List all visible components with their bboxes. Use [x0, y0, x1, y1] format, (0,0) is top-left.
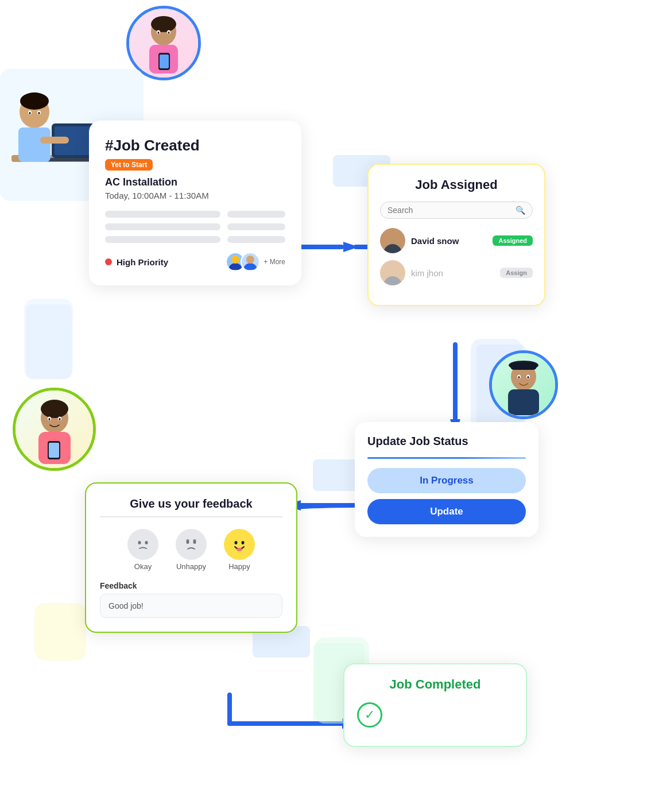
svg-point-69 — [181, 535, 201, 554]
svg-point-46 — [48, 418, 50, 420]
feedback-divider — [100, 516, 282, 517]
svg-point-54 — [518, 376, 520, 378]
svg-point-37 — [29, 112, 31, 114]
skeleton-row-1 — [105, 211, 285, 218]
badge-assign-kim: Assign — [500, 268, 533, 278]
assignee-name-kim: kim jhon — [411, 268, 494, 278]
job-assigned-title: Job Assigned — [380, 177, 533, 192]
svg-point-68 — [145, 541, 148, 544]
svg-point-38 — [38, 112, 40, 114]
skeleton-long-1 — [105, 211, 220, 218]
feedback-input[interactable] — [100, 594, 282, 618]
feedback-title: Give us your feedback — [100, 497, 282, 511]
svg-point-59 — [246, 256, 254, 264]
feedback-card: Give us your feedback Okay — [85, 482, 297, 633]
update-status-title: Update Job Status — [367, 435, 526, 448]
status-divider — [367, 457, 526, 459]
emoji-happy[interactable]: Happy — [224, 529, 255, 571]
avatar-group: + More — [226, 252, 285, 272]
priority-label: High Priority — [117, 257, 168, 267]
badge-assigned-david: Assigned — [493, 235, 533, 246]
unhappy-label: Unhappy — [176, 562, 206, 571]
search-box[interactable]: 🔍 — [380, 202, 533, 219]
badge-yet-to-start: Yet to Start — [105, 159, 153, 171]
skeleton-long-2 — [105, 223, 220, 230]
search-input[interactable] — [387, 206, 516, 215]
svg-rect-65 — [387, 273, 398, 276]
svg-rect-50 — [510, 363, 537, 370]
job-created-card: #Job Created Yet to Start AC Installatio… — [89, 121, 301, 285]
happy-label: Happy — [228, 562, 250, 571]
check-circle: ✓ — [357, 702, 382, 728]
svg-point-67 — [138, 541, 141, 544]
svg-point-64 — [387, 262, 398, 274]
svg-point-61 — [387, 230, 398, 242]
svg-point-75 — [237, 548, 242, 551]
avatar-david — [380, 228, 405, 253]
emoji-okay[interactable]: Okay — [127, 529, 158, 571]
job-created-title: #Job Created — [105, 137, 285, 154]
assignee-row-david: David snow Assigned — [380, 228, 533, 253]
okay-label: Okay — [134, 562, 152, 571]
svg-rect-21 — [160, 55, 169, 68]
assignee-name-david: David snow — [411, 236, 487, 246]
job-assigned-card: Job Assigned 🔍 David snow Assigned kim j… — [367, 164, 545, 306]
svg-rect-34 — [40, 137, 69, 144]
avatar-woman-left — [13, 388, 96, 471]
svg-point-55 — [528, 376, 529, 378]
feedback-field-label: Feedback — [100, 581, 282, 590]
svg-rect-62 — [387, 241, 398, 243]
skeleton-short-3 — [227, 236, 285, 243]
svg-point-24 — [158, 32, 160, 34]
job-time: Today, 10:00AM - 11:30AM — [105, 191, 285, 200]
svg-marker-7 — [343, 242, 359, 252]
svg-point-73 — [235, 541, 238, 544]
svg-point-40 — [41, 400, 68, 418]
skeleton-short-2 — [227, 223, 285, 230]
more-label: + More — [263, 258, 285, 266]
svg-point-58 — [243, 263, 257, 270]
skeleton-row-3 — [105, 236, 285, 243]
update-button[interactable]: Update — [367, 499, 526, 524]
unhappy-face — [176, 529, 207, 560]
skeleton-short-1 — [227, 211, 285, 218]
job-completed-card: Job Completed ✓ — [343, 663, 527, 747]
svg-point-18 — [151, 16, 176, 32]
avatar-man-right — [489, 350, 558, 419]
emoji-row: Okay Unhappy — [100, 529, 282, 571]
avatar-kim — [380, 260, 405, 285]
svg-point-70 — [187, 540, 189, 544]
service-name: AC Installation — [105, 176, 285, 188]
skeleton-row-2 — [105, 223, 285, 230]
svg-rect-43 — [49, 443, 59, 458]
svg-point-66 — [133, 535, 153, 554]
priority-info: High Priority — [105, 257, 168, 267]
avatar-woman-top — [126, 6, 201, 80]
okay-face — [127, 529, 158, 560]
svg-point-47 — [59, 418, 60, 420]
svg-point-25 — [168, 32, 170, 34]
completed-row: ✓ — [357, 702, 513, 728]
svg-point-60 — [383, 244, 402, 253]
avatar-tech-2 — [241, 252, 260, 272]
emoji-unhappy[interactable]: Unhappy — [176, 529, 207, 571]
in-progress-button[interactable]: In Progress — [367, 468, 526, 493]
priority-dot — [105, 258, 112, 265]
search-icon: 🔍 — [516, 206, 525, 215]
skeleton-long-3 — [105, 236, 220, 243]
svg-point-32 — [20, 92, 49, 110]
happy-face — [224, 529, 255, 560]
job-completed-title: Job Completed — [357, 677, 513, 692]
svg-point-57 — [231, 256, 239, 264]
svg-point-63 — [383, 276, 402, 285]
update-status-card: Update Job Status In Progress Update — [355, 422, 538, 537]
completed-skeletons — [390, 713, 513, 717]
priority-row: High Priority + More — [105, 252, 285, 272]
svg-rect-51 — [508, 389, 539, 415]
assignee-row-kim: kim jhon Assign — [380, 260, 533, 285]
svg-point-74 — [242, 541, 245, 544]
svg-rect-33 — [18, 127, 51, 162]
svg-point-71 — [193, 540, 196, 544]
